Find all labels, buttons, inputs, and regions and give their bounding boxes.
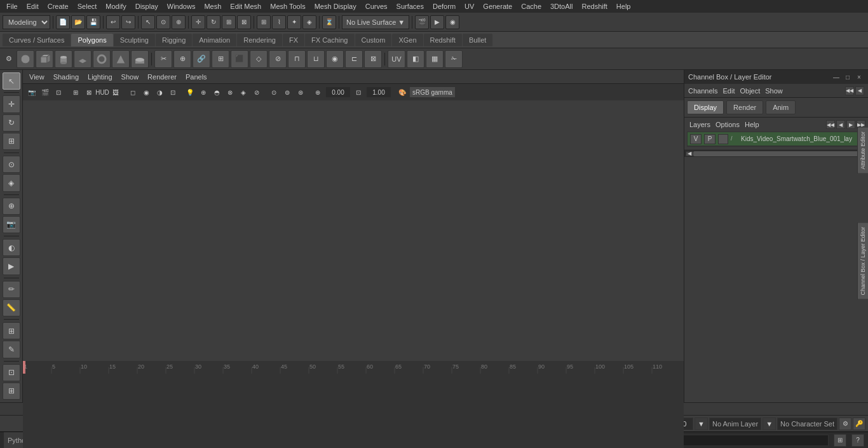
tab-custom[interactable]: Custom: [355, 34, 392, 46]
vp-tb-motion-blur[interactable]: ⊘: [250, 86, 263, 98]
shelf-connect-components[interactable]: ⊕: [173, 50, 191, 68]
layer-color-swatch[interactable]: [718, 134, 728, 144]
cb-scroll-thumb[interactable]: [693, 151, 859, 156]
vp-tb-film-gate[interactable]: 🎬: [39, 86, 51, 98]
menu-curves[interactable]: Curves: [362, 2, 391, 11]
cb-channels-menu[interactable]: Channels: [688, 87, 717, 95]
render-quick-button[interactable]: ▶: [3, 257, 20, 275]
shelf-cube[interactable]: [36, 50, 53, 68]
vp-tb-lighting-btn[interactable]: 💡: [184, 86, 196, 98]
shelf-cone[interactable]: [112, 50, 130, 68]
menu-mesh-tools[interactable]: Mesh Tools: [266, 2, 309, 11]
tab-sculpting[interactable]: Sculpting: [114, 34, 155, 46]
shelf-cut-sew[interactable]: ✁: [445, 50, 463, 68]
anim-layer-dropdown[interactable]: ▼: [695, 417, 708, 430]
vp-tb-dof[interactable]: ◈: [237, 86, 250, 98]
menu-file[interactable]: File: [3, 2, 22, 11]
menu-mesh-display[interactable]: Mesh Display: [311, 2, 360, 11]
vp-tb-resolution-gate[interactable]: ⊡: [52, 86, 65, 98]
cb-show-menu[interactable]: Show: [765, 87, 783, 95]
layer-playback-btn[interactable]: P: [704, 134, 715, 144]
menu-select[interactable]: Select: [74, 2, 101, 11]
scale-tool-button[interactable]: ⊞: [222, 15, 236, 29]
scale-button[interactable]: ⊞: [3, 133, 20, 150]
component-mode-button[interactable]: ◈: [3, 174, 20, 191]
open-scene-button[interactable]: 📂: [71, 15, 85, 29]
render-settings-button[interactable]: 🎬: [415, 15, 429, 29]
shelf-remesh[interactable]: ⊠: [364, 50, 382, 68]
vp-tb-cam-zoom[interactable]: ⊡: [352, 86, 365, 98]
vp-tb-wireframe[interactable]: ◻: [126, 86, 139, 98]
layers-arrow-2[interactable]: ◀: [836, 120, 845, 129]
universal-manip-button[interactable]: ⊠: [237, 15, 251, 29]
auto-key-button[interactable]: 🔑: [853, 417, 865, 430]
layers-arrow-3[interactable]: ▶: [846, 120, 855, 129]
vp-tb-bounding-box[interactable]: ⊡: [166, 86, 179, 98]
tab-xgen[interactable]: XGen: [392, 34, 423, 46]
cb-tab-render[interactable]: Render: [726, 100, 763, 114]
menu-windows[interactable]: Windows: [163, 2, 200, 11]
tab-curves-surfaces[interactable]: Curves / Surfaces: [3, 34, 71, 46]
live-update-button[interactable]: No Live Surface ▼: [342, 15, 409, 29]
cb-arrow-right[interactable]: ◀: [855, 86, 864, 95]
paint-select-button[interactable]: ⊕: [172, 15, 186, 29]
shelf-boolean[interactable]: ⊘: [269, 50, 287, 68]
vp-tb-select-camera[interactable]: 📷: [25, 86, 38, 98]
channel-box-tab[interactable]: Channel Box / Layer Editor: [857, 222, 868, 300]
snap-point-button[interactable]: ✦: [287, 15, 301, 29]
menu-redshift[interactable]: Redshift: [578, 2, 611, 11]
ipr-render-button[interactable]: ◉: [445, 15, 459, 29]
cb-object-menu[interactable]: Object: [740, 87, 760, 95]
shelf-disk[interactable]: [131, 50, 149, 68]
menu-uv[interactable]: UV: [461, 2, 478, 11]
vp-tb-smooth-shade[interactable]: ◉: [140, 86, 153, 98]
menu-cache[interactable]: Cache: [517, 2, 545, 11]
attribute-editor-tab[interactable]: Attribute Editor: [857, 127, 868, 174]
shelf-uv-editor[interactable]: UV: [388, 50, 405, 68]
shelf-torus[interactable]: [93, 50, 111, 68]
show-menu[interactable]: Show: [119, 73, 142, 81]
vp-tb-backface[interactable]: ⊛: [294, 86, 307, 98]
channel-box-scrollbar[interactable]: ◀ ▶: [684, 149, 868, 157]
menu-edit[interactable]: Edit: [23, 2, 43, 11]
tab-fx-caching[interactable]: FX Caching: [305, 34, 354, 46]
shelf-unfold[interactable]: ◧: [407, 50, 424, 68]
snap-surface-button[interactable]: ◈: [302, 15, 316, 29]
grid-button[interactable]: ⊞: [3, 383, 20, 400]
color-space-dropdown[interactable]: sRGB gamma: [409, 86, 456, 98]
shelf-conform[interactable]: ⊏: [345, 50, 363, 68]
menu-create[interactable]: Create: [44, 2, 72, 11]
shelf-cylinder[interactable]: [55, 50, 72, 68]
vp-tb-ao[interactable]: ◓: [210, 86, 223, 98]
view-menu[interactable]: View: [27, 73, 47, 81]
vp-tb-shadow[interactable]: ⊕: [197, 86, 210, 98]
vp-tb-color-space-icon[interactable]: 🎨: [396, 86, 409, 98]
grease-pencil-button[interactable]: ✎: [3, 341, 20, 358]
redo-button[interactable]: ↪: [121, 15, 135, 29]
vp-tb-xray[interactable]: ⊙: [268, 86, 280, 98]
layout-button[interactable]: ⊞: [3, 322, 20, 339]
render-button[interactable]: ▶: [430, 15, 444, 29]
tab-polygons[interactable]: Polygons: [71, 34, 112, 46]
vp-tb-hud[interactable]: HUD: [96, 86, 109, 98]
new-scene-button[interactable]: 📄: [56, 15, 70, 29]
layer-type-icon[interactable]: /: [731, 135, 738, 143]
menu-edit-mesh[interactable]: Edit Mesh: [226, 2, 265, 11]
module-dropdown[interactable]: Modeling: [3, 15, 50, 29]
shelf-bridge[interactable]: 🔗: [193, 50, 210, 68]
lasso-select-button[interactable]: ⊙: [156, 15, 170, 29]
menu-mesh[interactable]: Mesh: [200, 2, 225, 11]
display-button[interactable]: ◐: [3, 239, 20, 256]
script-editor-button[interactable]: ⊞: [834, 434, 846, 447]
snap-settings-button[interactable]: ⊕: [3, 198, 20, 215]
tab-rigging[interactable]: Rigging: [156, 34, 192, 46]
char-set-dropdown[interactable]: ▼: [763, 417, 776, 430]
layers-options-menu[interactable]: Options: [713, 121, 742, 128]
rotate-button[interactable]: ↻: [3, 114, 20, 132]
menu-3dtool[interactable]: 3DtoAll: [546, 2, 576, 11]
layers-help-menu[interactable]: Help: [742, 121, 762, 128]
tab-fx[interactable]: FX: [283, 34, 304, 46]
history-button[interactable]: ⌛: [322, 15, 336, 29]
save-scene-button[interactable]: 💾: [86, 15, 100, 29]
vp-tb-cam-pivot[interactable]: ⊕: [311, 86, 324, 98]
